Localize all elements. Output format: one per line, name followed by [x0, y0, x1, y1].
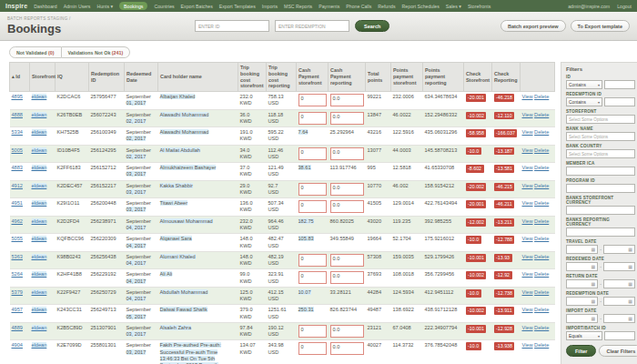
view-link[interactable]: View — [522, 289, 533, 295]
column-header-actions[interactable] — [521, 63, 555, 92]
filter-date-from-travel-date[interactable]: ▦ — [566, 245, 598, 254]
clear-filters-button[interactable]: Clear Filters — [599, 345, 637, 357]
cash-storefront-input[interactable]: 105.83 — [298, 236, 314, 241]
storefront-link[interactable]: eldean — [32, 342, 47, 348]
storefront-link[interactable]: eldean — [32, 112, 47, 117]
booking-id-link[interactable]: 4957 — [12, 307, 23, 312]
cash-storefront-input[interactable]: 0 — [298, 342, 327, 355]
cash-reporting-input[interactable]: 0.0 — [330, 147, 364, 160]
booking-id-link[interactable]: 4904 — [12, 342, 23, 348]
delete-link[interactable]: Delete — [534, 165, 549, 170]
storefront-link[interactable]: eldean — [32, 236, 47, 241]
nav-item-storefronts[interactable]: Storefronts — [468, 4, 490, 9]
column-header-check-storefront[interactable]: Check Storefront — [464, 63, 492, 92]
logout-link[interactable]: Logout — [617, 4, 632, 9]
view-link[interactable]: View — [522, 129, 533, 135]
filter-input-member-ica[interactable] — [566, 167, 635, 176]
nav-item-admin-users[interactable]: Admin Users — [64, 4, 91, 9]
cash-reporting-input[interactable]: 826.823744 — [330, 307, 358, 312]
cash-reporting-input[interactable]: 0.0 — [330, 325, 364, 338]
filter-date-to-import-date[interactable]: ▦ — [603, 314, 635, 323]
storefront-link[interactable]: eldean — [32, 325, 47, 330]
delete-link[interactable]: Delete — [534, 289, 549, 295]
view-link[interactable]: View — [522, 307, 533, 312]
cash-storefront-input[interactable]: 10.07 — [298, 289, 311, 295]
booking-id-link[interactable]: 4888 — [12, 112, 23, 117]
storefront-link[interactable]: eldean — [32, 94, 47, 99]
booking-id-link[interactable]: 4962 — [12, 218, 23, 224]
column-header-points-payment-storefront[interactable]: Points payment storefront — [391, 63, 423, 92]
column-header-card-holder-name[interactable]: Card holder name — [158, 63, 238, 92]
column-header-cash-payment-storefront[interactable]: Cash Payment storefront — [297, 63, 329, 92]
delete-link[interactable]: Delete — [534, 325, 549, 330]
brand-logo[interactable]: Inspire — [5, 3, 27, 9]
cash-storefront-input[interactable]: 0 — [298, 325, 327, 338]
filter-input-import-batch-id[interactable] — [604, 331, 635, 340]
booking-id-link[interactable]: 4951 — [12, 200, 23, 206]
filter-input-redemption-id[interactable] — [604, 97, 635, 106]
filter-multiselect-bank-name[interactable] — [566, 132, 635, 141]
cash-reporting-input[interactable]: 0.0 — [330, 183, 364, 196]
nav-item-export-templates[interactable]: Export Templates — [219, 4, 256, 9]
view-link[interactable]: View — [522, 342, 533, 348]
delete-link[interactable]: Delete — [534, 307, 549, 312]
booking-id-link[interactable]: 4912 — [12, 183, 23, 188]
delete-link[interactable]: Delete — [534, 236, 549, 241]
column-header-storefront[interactable]: Storefront — [30, 63, 56, 92]
booking-id-link[interactable]: 5334 — [12, 129, 23, 135]
delete-link[interactable]: Delete — [534, 129, 549, 135]
cash-storefront-input[interactable]: 0 — [298, 254, 327, 267]
view-link[interactable]: View — [522, 200, 533, 206]
column-header-cash-payment-reporting[interactable]: Cash Payment reporting — [329, 63, 366, 92]
booking-id-link[interactable]: 4889 — [12, 325, 23, 330]
cash-storefront-input[interactable]: 38.61 — [298, 165, 311, 170]
nav-item-refunds[interactable]: Refunds — [378, 4, 395, 9]
delete-link[interactable]: Delete — [534, 342, 549, 348]
view-link[interactable]: View — [522, 147, 533, 153]
delete-link[interactable]: Delete — [534, 254, 549, 259]
filter-input-program-id[interactable] — [566, 184, 635, 193]
column-header-check-reporting[interactable]: Check Reporting — [492, 63, 521, 92]
nav-item-msc-reports[interactable]: MSC Reports — [284, 4, 312, 9]
booking-id-link[interactable]: 5055 — [12, 236, 23, 241]
cash-storefront-input[interactable]: 0 — [298, 271, 327, 284]
cash-storefront-input[interactable]: 0 — [298, 112, 327, 125]
cash-reporting-input[interactable]: 25.292964 — [330, 129, 354, 135]
nav-item-hunts[interactable]: Hunts ▾ — [96, 4, 113, 9]
delete-link[interactable]: Delete — [534, 271, 549, 277]
nav-item-payments[interactable]: Payments — [318, 4, 339, 9]
delete-link[interactable]: Delete — [534, 183, 549, 188]
cash-storefront-input[interactable]: 250.31 — [298, 307, 314, 312]
nav-item-phone-calls[interactable]: Phone Calls — [346, 4, 371, 9]
nav-item-sales[interactable]: Sales ▾ — [446, 4, 461, 9]
filter-multiselect-storefront[interactable] — [566, 115, 635, 124]
cash-reporting-input[interactable]: 0.0 — [330, 254, 364, 267]
nav-item-dashboard[interactable]: Dashboard — [34, 4, 56, 9]
view-link[interactable]: View — [522, 218, 533, 224]
cash-storefront-input[interactable]: 7.64 — [298, 129, 308, 135]
filter-operator-select-redemption-id[interactable]: Contains▾ — [566, 97, 602, 106]
delete-link[interactable]: Delete — [534, 218, 549, 224]
search-button[interactable]: Search — [355, 20, 389, 32]
nav-item-bookings[interactable]: Bookings — [119, 2, 147, 10]
cash-storefront-input[interactable]: 182.75 — [298, 218, 314, 224]
redemption-search-input[interactable] — [275, 20, 349, 32]
column-header-trip-booking-cost-reporting[interactable]: Trip booking cost reporting — [267, 63, 297, 92]
filter-input-banks-storefront-currency[interactable] — [566, 206, 635, 215]
filter-date-from-return-date[interactable]: ▦ — [566, 279, 598, 288]
nav-item-export-batches[interactable]: Export Batches — [181, 4, 213, 9]
filter-date-from-redeemed-date[interactable]: ▦ — [566, 262, 598, 271]
filter-date-to-redemption-date[interactable]: ▦ — [603, 297, 635, 306]
tab-not-validated[interactable]: Not Validated (0) — [9, 46, 62, 58]
storefront-link[interactable]: eldean — [32, 271, 47, 277]
view-link[interactable]: View — [522, 165, 533, 170]
column-header-trip-booking-cost-storefront[interactable]: Trip booking cost storefront — [238, 63, 267, 92]
cash-reporting-input[interactable]: 0.0 — [330, 94, 364, 106]
delete-link[interactable]: Delete — [534, 94, 549, 99]
column-header-redeemed-date[interactable]: Redeemed Date — [125, 63, 158, 92]
view-link[interactable]: View — [522, 325, 533, 330]
cash-storefront-input[interactable]: 0 — [298, 200, 327, 213]
view-link[interactable]: View — [522, 271, 533, 277]
filter-date-to-travel-date[interactable]: ▦ — [603, 245, 635, 254]
view-link[interactable]: View — [522, 94, 533, 99]
